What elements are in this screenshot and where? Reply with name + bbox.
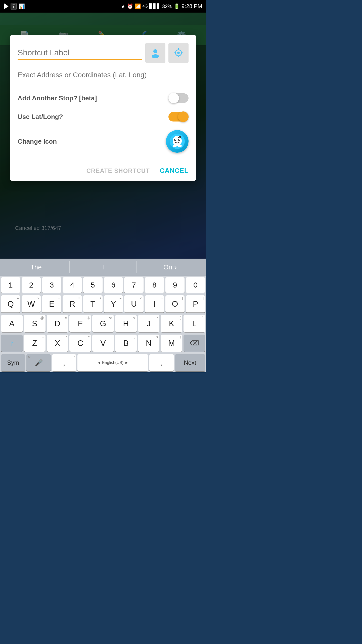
shortcut-label-container <box>18 46 142 60</box>
key-l[interactable]: )L <box>184 315 205 332</box>
key-y[interactable]: −Y <box>104 295 123 312</box>
address-input-container <box>18 69 189 81</box>
shortcut-label-input[interactable] <box>18 46 142 60</box>
key-p[interactable]: ]P <box>186 295 205 312</box>
svg-point-14 <box>175 139 176 140</box>
backspace-key[interactable]: ⌫ <box>184 335 205 352</box>
qwerty-row: +Q ×W ÷E =R /T −Y <U >I [O ]P <box>0 294 206 313</box>
svg-point-1 <box>153 49 157 53</box>
change-icon-row: Change Icon <box>18 126 189 157</box>
key-8[interactable]: 8 <box>145 277 164 293</box>
key-o[interactable]: [O <box>165 295 185 312</box>
svg-point-19 <box>178 145 182 147</box>
suggestion-chevron-icon: › <box>174 263 177 271</box>
key-r[interactable]: =R <box>63 295 82 312</box>
shortcut-dialog: Add Another Stop? [beta] Use Lat/Long? C… <box>10 35 196 181</box>
network-icon: 4G <box>143 4 148 9</box>
key-g[interactable]: %G <box>92 315 114 332</box>
key-q[interactable]: +Q <box>1 295 20 312</box>
key-k[interactable]: (K <box>161 315 182 332</box>
waze-icon-button[interactable] <box>166 130 189 153</box>
svg-point-15 <box>179 139 180 140</box>
key-7[interactable]: 7 <box>124 277 144 293</box>
svg-point-5 <box>177 52 180 54</box>
dialog-action-buttons: CREATE SHORTCUT CANCEL <box>18 164 189 175</box>
dot-key[interactable]: . <box>149 354 173 371</box>
change-icon-label: Change Icon <box>18 138 57 145</box>
suggestion-on[interactable]: On › <box>137 259 204 276</box>
svg-point-16 <box>179 136 181 138</box>
key-0[interactable]: 0 <box>186 277 205 293</box>
key-j[interactable]: *J <box>138 315 160 332</box>
location-picker-button[interactable] <box>168 43 189 63</box>
svg-point-2 <box>152 54 159 58</box>
battery-level: 32% <box>162 4 172 9</box>
status-left: 7 📊 <box>4 3 25 10</box>
asdf-row: A @S #D $F %G &H *J (K )L <box>0 313 206 333</box>
key-s[interactable]: @S <box>24 315 46 332</box>
svg-point-18 <box>173 145 177 147</box>
bluetooth-icon: ★ <box>121 3 125 9</box>
key-d[interactable]: #D <box>47 315 68 332</box>
key-3[interactable]: 3 <box>42 277 61 293</box>
shortcut-label-row <box>18 43 189 63</box>
space-key[interactable]: ◄ English(US) ► <box>77 354 148 371</box>
cancel-button[interactable]: CANCEL <box>160 167 189 175</box>
use-lat-long-thumb <box>178 111 189 122</box>
key-m[interactable]: !M <box>161 335 182 352</box>
key-u[interactable]: <U <box>124 295 144 312</box>
address-input[interactable] <box>18 69 189 81</box>
key-e[interactable]: ÷E <box>42 295 61 312</box>
number-row: 1 2 3 4 5 6 7 8 9 0 <box>0 276 206 294</box>
zxcv-row: ↑ −Z 'X "C :V ;B ?N !M ⌫ <box>0 333 206 353</box>
suggestion-bar: The I On › <box>0 259 206 276</box>
wifi-icon: 📶 <box>135 3 141 9</box>
key-f[interactable]: $F <box>69 315 91 332</box>
play-icon <box>4 3 9 9</box>
key-a[interactable]: A <box>1 315 23 332</box>
use-lat-long-row: Use Lat/Long? <box>18 107 189 126</box>
contact-icon <box>150 47 161 58</box>
key-9[interactable]: 9 <box>165 277 185 293</box>
use-lat-long-toggle[interactable] <box>168 111 189 122</box>
badge-number: 7 <box>11 3 17 10</box>
key-x[interactable]: 'X <box>47 335 68 352</box>
key-i[interactable]: >I <box>145 295 164 312</box>
status-bar: 7 📊 ★ ⏰ 📶 4G ▋▋▋ 32% 🔋 9:28 PM <box>0 0 206 13</box>
create-shortcut-button[interactable]: CREATE SHORTCUT <box>86 167 150 174</box>
key-6[interactable]: 6 <box>104 277 123 293</box>
signal-icon: 📊 <box>19 3 25 9</box>
location-icon <box>173 47 184 58</box>
key-2[interactable]: 2 <box>22 277 41 293</box>
shift-key[interactable]: ↑ <box>1 335 23 352</box>
key-4[interactable]: 4 <box>63 277 82 293</box>
signal-bars-icon: ▋▋▋ <box>149 3 161 9</box>
waze-logo-icon <box>169 133 185 149</box>
key-5[interactable]: 5 <box>83 277 103 293</box>
key-n[interactable]: ?N <box>138 335 160 352</box>
key-1[interactable]: 1 <box>1 277 20 293</box>
add-another-stop-toggle[interactable] <box>168 93 189 103</box>
next-key[interactable]: Next <box>175 354 205 371</box>
key-t[interactable]: /T <box>83 295 103 312</box>
comma-key[interactable]: ' , <box>52 354 76 371</box>
suggestion-i[interactable]: I <box>70 259 137 276</box>
sym-key[interactable]: Sym <box>1 354 25 371</box>
time: 9:28 PM <box>182 3 202 10</box>
key-c[interactable]: "C <box>69 335 91 352</box>
add-another-stop-label: Add Another Stop? [beta] <box>18 94 97 102</box>
key-h[interactable]: &H <box>115 315 137 332</box>
key-z[interactable]: −Z <box>24 335 46 352</box>
mic-key[interactable]: ⚙ 🎤 <box>26 354 51 371</box>
key-b[interactable]: ;B <box>115 335 137 352</box>
keyboard: The I On › 1 2 3 4 5 6 7 8 9 0 +Q ×W ÷E … <box>0 259 206 372</box>
key-w[interactable]: ×W <box>22 295 41 312</box>
add-another-stop-row: Add Another Stop? [beta] <box>18 89 189 107</box>
alarm-icon: ⏰ <box>127 3 133 9</box>
suggestion-the[interactable]: The <box>3 259 70 276</box>
key-v[interactable]: :V <box>92 335 114 352</box>
battery-icon: 🔋 <box>174 3 180 9</box>
use-lat-long-label: Use Lat/Long? <box>18 113 63 121</box>
bottom-row: Sym ⚙ 🎤 ' , ◄ English(US) ► . Next <box>0 353 206 372</box>
contact-picker-button[interactable] <box>145 43 165 63</box>
